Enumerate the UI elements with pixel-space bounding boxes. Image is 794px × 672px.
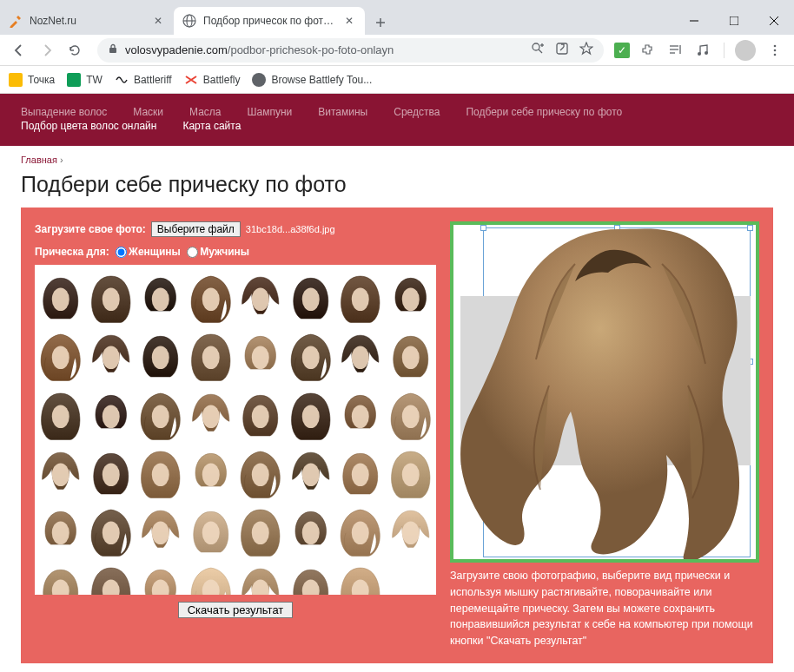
nav-link[interactable]: Витамины: [318, 106, 367, 118]
forward-button[interactable]: [35, 38, 59, 63]
nav-link[interactable]: Подбор цвета волос онлайн: [21, 120, 156, 132]
hairstyle-option[interactable]: [236, 445, 285, 502]
back-button[interactable]: [7, 38, 31, 63]
reload-button[interactable]: [63, 38, 87, 63]
hairstyle-option[interactable]: [36, 270, 85, 326]
hairstyle-option[interactable]: [236, 504, 285, 560]
nav-link[interactable]: Выпадение волос: [21, 106, 107, 118]
hair-overlay[interactable]: [450, 221, 759, 563]
nav-link[interactable]: Карта сайта: [182, 120, 241, 132]
hairstyle-option[interactable]: [236, 270, 285, 326]
hairstyle-option[interactable]: [87, 445, 136, 502]
hairstyle-option[interactable]: [87, 504, 136, 560]
hairstyle-option[interactable]: [387, 328, 435, 385]
hairstyle-option[interactable]: [287, 387, 335, 444]
bookmark-tw[interactable]: TW: [67, 73, 103, 87]
hairstyle-option[interactable]: [236, 562, 285, 595]
hairstyle-option[interactable]: [187, 387, 235, 444]
hairstyle-option[interactable]: [287, 270, 335, 326]
reading-list-icon[interactable]: [665, 40, 685, 61]
hairstyle-option[interactable]: [336, 504, 385, 560]
hairstyle-option[interactable]: [187, 562, 235, 595]
preview-canvas[interactable]: [450, 221, 759, 563]
svg-point-25: [301, 287, 319, 311]
tab-title: Подбор причесок по фото онл: [203, 15, 339, 27]
hairstyle-option[interactable]: [187, 270, 235, 326]
svg-point-51: [401, 463, 419, 486]
hairstyle-option[interactable]: [236, 328, 285, 385]
hairstyle-option[interactable]: [287, 504, 335, 560]
download-result-button[interactable]: Скачать результат: [178, 602, 294, 618]
hairstyle-option[interactable]: [136, 270, 185, 326]
hairstyle-option[interactable]: [87, 562, 136, 595]
close-icon[interactable]: ✕: [342, 14, 356, 28]
svg-point-29: [102, 346, 119, 370]
hairstyle-option[interactable]: [136, 328, 185, 385]
nav-link[interactable]: Средства: [394, 106, 440, 118]
hairstyle-option[interactable]: [387, 504, 435, 560]
music-icon[interactable]: [692, 40, 713, 61]
gender-female-radio[interactable]: [116, 247, 127, 258]
close-icon[interactable]: ✕: [151, 14, 165, 28]
hairstyle-option[interactable]: [336, 270, 385, 326]
svg-rect-5: [109, 48, 116, 53]
hairstyle-option[interactable]: [36, 445, 85, 502]
minimize-button[interactable]: [674, 7, 714, 35]
nav-link[interactable]: Шампуни: [248, 106, 293, 118]
hairstyle-option[interactable]: [187, 328, 235, 385]
breadcrumb-home[interactable]: Главная: [21, 155, 57, 165]
maximize-button[interactable]: [714, 7, 754, 35]
close-window-button[interactable]: [754, 7, 794, 35]
star-icon[interactable]: [579, 42, 593, 58]
tab-noznet[interactable]: NozNet.ru ✕: [0, 7, 174, 35]
svg-point-39: [202, 405, 219, 428]
hairstyle-option[interactable]: [136, 562, 185, 595]
bookmark-battlefly[interactable]: Battlefly: [184, 73, 241, 87]
hairstyle-option[interactable]: [136, 445, 185, 502]
svg-point-18: [774, 49, 777, 51]
svg-point-53: [102, 522, 119, 545]
nav-link[interactable]: Подбери себе прическу по фото: [466, 106, 622, 118]
hairstyle-option[interactable]: [36, 328, 85, 385]
extension-check-icon[interactable]: ✓: [614, 43, 630, 58]
hairstyle-option[interactable]: [387, 445, 435, 502]
hairstyle-option[interactable]: [136, 504, 185, 560]
choose-file-button[interactable]: Выберите файл: [151, 221, 241, 237]
tab-volosvypadenie[interactable]: Подбор причесок по фото онл ✕: [174, 7, 365, 35]
menu-button[interactable]: [763, 38, 787, 63]
new-tab-button[interactable]: [368, 10, 393, 35]
address-bar[interactable]: volosvypadenie.com/podbor-prichesok-po-f…: [97, 38, 604, 63]
search-icon[interactable]: [531, 42, 545, 58]
hairstyle-option[interactable]: [287, 445, 335, 502]
hairstyle-option[interactable]: [187, 445, 235, 502]
nav-link[interactable]: Масла: [189, 106, 221, 118]
hairstyle-option[interactable]: [36, 504, 85, 560]
hairstyle-option[interactable]: [236, 387, 285, 444]
hairstyle-option[interactable]: [336, 328, 385, 385]
hairstyle-option[interactable]: [87, 270, 136, 326]
hairstyle-option[interactable]: [287, 562, 335, 595]
hairstyle-option[interactable]: [87, 387, 136, 444]
hairstyle-option[interactable]: [36, 562, 85, 595]
bookmark-battlefy[interactable]: Browse Battlefy Tou...: [252, 73, 372, 87]
hairstyle-option[interactable]: [336, 562, 385, 595]
hairstyle-option[interactable]: [187, 504, 235, 560]
hairstyle-option[interactable]: [87, 328, 136, 385]
profile-avatar[interactable]: [735, 40, 756, 61]
bookmark-battleriff[interactable]: Battleriff: [115, 73, 172, 87]
hairstyle-option[interactable]: [336, 387, 385, 444]
hairstyle-option[interactable]: [287, 328, 335, 385]
bookmark-tochka[interactable]: Точка: [9, 73, 55, 87]
hairstyle-option[interactable]: [387, 387, 435, 444]
extensions-button[interactable]: [637, 40, 658, 61]
gender-male-radio[interactable]: [187, 247, 198, 258]
hairstyle-option[interactable]: [36, 387, 85, 444]
hairstyle-option[interactable]: [387, 270, 435, 326]
share-icon[interactable]: [555, 42, 569, 58]
svg-point-54: [152, 522, 169, 545]
hairstyle-grid[interactable]: [35, 265, 436, 595]
hairstyle-option[interactable]: [136, 387, 185, 444]
nav-link[interactable]: Маски: [133, 106, 163, 118]
svg-point-34: [352, 346, 369, 370]
hairstyle-option[interactable]: [336, 445, 385, 502]
